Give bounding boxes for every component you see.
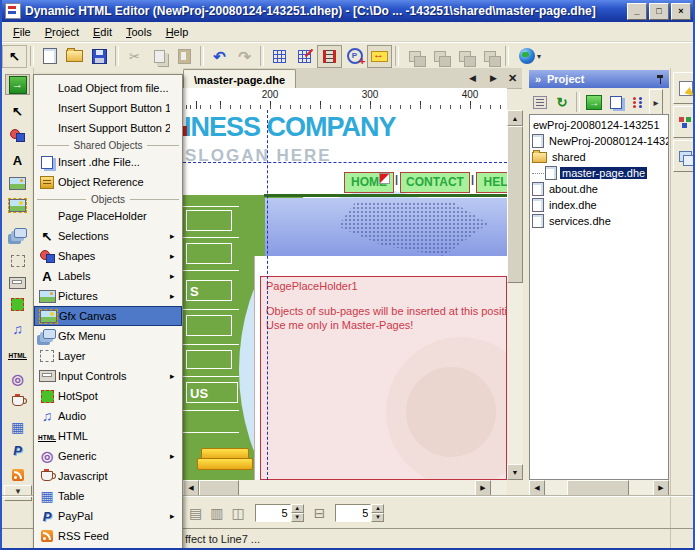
tab-scroll-right-button[interactable]: ▶ xyxy=(486,71,501,85)
preview-browser-button[interactable]: ▾ xyxy=(512,45,548,68)
layer-tool[interactable] xyxy=(5,250,30,271)
toolbox-button[interactable]: → xyxy=(5,74,30,95)
tab-close-button[interactable]: ✕ xyxy=(505,71,520,85)
scroll-right-button[interactable]: ▶ xyxy=(653,480,669,496)
menu-item-table[interactable]: Table xyxy=(34,486,182,506)
scroll-down-button[interactable]: ▼ xyxy=(507,464,523,480)
maximize-button[interactable]: □ xyxy=(649,3,669,20)
tree-item-index[interactable]: index.dhe xyxy=(532,197,599,213)
open-button[interactable] xyxy=(62,45,87,68)
page-placeholder-outer[interactable]: PagePlaceHolder1 Objects of sub-pages wi… xyxy=(254,256,507,480)
center-object-button[interactable] xyxy=(367,45,392,68)
grid-edit-button[interactable] xyxy=(292,45,317,68)
properties-panel-button[interactable] xyxy=(673,72,695,104)
menu-file[interactable]: File xyxy=(6,24,38,40)
menu-item-javascript[interactable]: Javascript xyxy=(34,466,182,486)
grid-snap-button[interactable] xyxy=(317,45,342,68)
copy-button[interactable] xyxy=(147,45,172,68)
menu-tools[interactable]: Tools xyxy=(119,24,159,40)
space-vertical-icon[interactable]: ⊟ xyxy=(314,505,326,521)
paypal-tool[interactable] xyxy=(5,440,30,461)
table-tool[interactable] xyxy=(5,416,30,437)
canvas-vertical-scrollbar[interactable]: ▲ ▼ xyxy=(507,110,523,480)
selections-tool[interactable] xyxy=(5,101,30,122)
paste-button[interactable] xyxy=(172,45,197,68)
scroll-left-button[interactable]: ◀ xyxy=(183,480,199,496)
menu-item-layer[interactable]: Layer xyxy=(34,346,182,366)
space-horizontal-icon[interactable]: ◫ xyxy=(231,505,244,521)
scroll-left-button[interactable]: ◀ xyxy=(529,480,545,496)
rss-feed-tool[interactable] xyxy=(5,464,30,485)
tree-item-master-page[interactable]: master-page.dhe xyxy=(532,165,647,181)
horizontal-spacing-input[interactable] xyxy=(255,504,291,522)
menu-item-labels[interactable]: Labels▸ xyxy=(34,266,182,286)
vertical-spacing-input[interactable] xyxy=(335,504,371,522)
shapes-tool[interactable] xyxy=(5,125,30,146)
menu-item-paypal[interactable]: PayPal▸ xyxy=(34,506,182,526)
spin-up-button[interactable]: ▲ xyxy=(291,504,304,513)
spin-down-button[interactable]: ▼ xyxy=(371,513,384,522)
windows-panel-button[interactable] xyxy=(673,140,695,172)
origin-button[interactable]: P xyxy=(342,45,367,68)
menu-edit[interactable]: Edit xyxy=(86,24,119,40)
page-placeholder[interactable]: PagePlaceHolder1 Objects of sub-pages wi… xyxy=(260,276,507,480)
menu-item-gfx-menu[interactable]: Gfx Menu xyxy=(34,326,182,346)
page-nav-contact[interactable]: CONTACT xyxy=(400,172,470,193)
sidebar-button-s[interactable]: S xyxy=(186,280,232,301)
gfx-menu-tool[interactable] xyxy=(5,225,30,246)
menu-help[interactable]: Help xyxy=(159,24,196,40)
menu-item-input-controls[interactable]: Input Controls▸ xyxy=(34,366,182,386)
labels-tool[interactable] xyxy=(5,150,30,171)
move-backward-button[interactable] xyxy=(477,45,502,68)
redo-button[interactable] xyxy=(232,45,257,68)
menu-item-object-reference[interactable]: Object Reference xyxy=(34,172,182,192)
project-horizontal-scrollbar[interactable]: ◀ ▶ xyxy=(529,480,669,496)
menu-item-selections[interactable]: Selections▸ xyxy=(34,226,182,246)
html-tool[interactable] xyxy=(5,344,30,365)
distribute-columns-icon[interactable]: ▥ xyxy=(210,505,223,521)
send-back-button[interactable] xyxy=(427,45,452,68)
tree-item-project-file[interactable]: NewProj-20080124-14325 xyxy=(532,133,669,149)
close-button[interactable]: × xyxy=(671,3,691,20)
page-nav-help[interactable]: HELP xyxy=(476,172,507,193)
pin-icon[interactable] xyxy=(656,74,665,85)
sidebar-button-us[interactable]: US xyxy=(186,382,238,403)
sort-button[interactable] xyxy=(627,92,649,113)
hotspot-tool[interactable] xyxy=(5,294,30,315)
new-button[interactable] xyxy=(37,45,62,68)
cut-button[interactable] xyxy=(122,45,147,68)
tree-item-about[interactable]: about.dhe xyxy=(532,181,600,197)
sidebar-button[interactable] xyxy=(186,243,232,264)
pictures-tool[interactable] xyxy=(5,173,30,194)
spin-down-button[interactable]: ▼ xyxy=(291,513,304,522)
tree-item-services[interactable]: services.dhe xyxy=(532,213,613,229)
bring-front-button[interactable] xyxy=(402,45,427,68)
vertical-scroll-thumb[interactable] xyxy=(507,126,523,283)
audio-tool[interactable] xyxy=(5,318,30,339)
select-tool-button[interactable] xyxy=(2,45,27,68)
library-panel-button[interactable] xyxy=(673,106,695,138)
menu-item-audio[interactable]: Audio xyxy=(34,406,182,426)
toolbar-more-button[interactable] xyxy=(649,89,663,115)
distribute-rows-icon[interactable]: ▤ xyxy=(189,505,202,521)
sidebar-button[interactable] xyxy=(186,210,232,231)
menu-item-generic[interactable]: Generic▸ xyxy=(34,446,182,466)
horizontal-scroll-thumb[interactable] xyxy=(567,480,629,496)
project-view-button[interactable] xyxy=(529,92,551,113)
javascript-tool[interactable] xyxy=(5,390,30,411)
menu-item-load-object[interactable]: Load Object from file... xyxy=(34,78,182,98)
tab-master-page[interactable]: \master-page.dhe xyxy=(183,69,296,89)
design-canvas[interactable]: INESS COMPANY SLOGAN HERE HOME | CONTACT… xyxy=(183,110,507,480)
menu-item-page-placeholder[interactable]: Page PlaceHolder xyxy=(34,206,182,226)
sidebar-button[interactable] xyxy=(186,315,232,336)
tab-scroll-left-button[interactable]: ◀ xyxy=(465,71,480,85)
menu-item-support-button-1[interactable]: Insert Support Button 1 xyxy=(34,98,182,118)
menu-item-shapes[interactable]: Shapes▸ xyxy=(34,246,182,266)
menu-project[interactable]: Project xyxy=(38,24,86,40)
scroll-up-button[interactable]: ▲ xyxy=(507,110,523,126)
go-to-page-button[interactable]: → xyxy=(583,92,605,113)
tree-item-shared-folder[interactable]: shared xyxy=(532,149,588,165)
grid-button[interactable] xyxy=(267,45,292,68)
canvas-horizontal-scrollbar[interactable]: ◀ ▶ xyxy=(183,480,507,496)
sidebar-button[interactable] xyxy=(186,350,232,369)
